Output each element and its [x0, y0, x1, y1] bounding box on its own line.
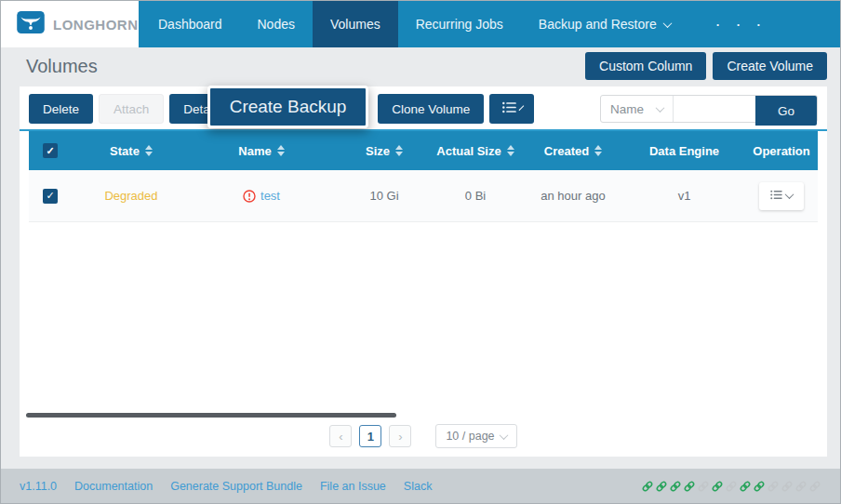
more-bulk-actions-button[interactable]	[489, 94, 534, 124]
nav-item-dashboard[interactable]: Dashboard	[140, 1, 240, 47]
page-header: Volumes Custom Column Create Volume	[1, 47, 840, 86]
volume-actual-size: 0 Bi	[428, 170, 523, 221]
chain-link-icon	[711, 480, 724, 493]
sort-icon[interactable]	[395, 145, 403, 156]
unordered-list-icon	[770, 189, 782, 203]
custom-column-button[interactable]: Custom Column	[585, 52, 706, 80]
nav-item-nodes[interactable]: Nodes	[240, 1, 313, 47]
column-header-actual-size[interactable]: Actual Size	[428, 131, 523, 170]
nav-item-recurring-jobs[interactable]: Recurring Jobs	[398, 1, 521, 47]
volume-name-link[interactable]: test	[260, 189, 280, 203]
table-row: ✓ Degraded test 10 Gi 0 Bi an hour ago	[29, 170, 818, 222]
table-header-row: ✓ State Name Size Actual Size	[29, 131, 818, 170]
longhorn-bull-icon	[17, 11, 45, 37]
page-title: Volumes	[26, 56, 98, 77]
volume-name-cell: test	[182, 170, 340, 221]
attach-button: Attach	[99, 94, 164, 124]
column-header-created[interactable]: Created	[523, 131, 623, 170]
chevron-down-icon	[785, 190, 794, 199]
row-operation-menu-button[interactable]	[759, 182, 804, 210]
brand-logo[interactable]: LONGHORN	[1, 1, 139, 47]
sort-icon[interactable]	[277, 145, 285, 156]
generate-support-bundle-link[interactable]: Generate Support Bundle	[170, 480, 302, 493]
nav-item-volumes[interactable]: Volumes	[313, 1, 398, 47]
unordered-list-icon	[502, 101, 516, 116]
create-backup-button[interactable]: Create Backup	[207, 86, 368, 128]
search-go-button[interactable]: Go	[755, 96, 817, 126]
pagination-prev-button[interactable]: ‹	[329, 425, 352, 447]
volume-state: Degraded	[80, 170, 182, 221]
select-all-cell: ✓	[29, 131, 80, 170]
chain-link-icon	[808, 480, 821, 493]
nav-items: Dashboard Nodes Volumes Recurring Jobs B…	[140, 1, 785, 47]
page-actions: Custom Column Create Volume	[585, 52, 827, 80]
search-input[interactable]	[674, 96, 755, 122]
volumes-card: Delete Attach Detach Clone Volume	[20, 86, 827, 457]
row-checkbox[interactable]: ✓	[43, 189, 58, 204]
bulk-actions-toolbar: Delete Attach Detach Clone Volume	[29, 94, 818, 124]
chain-link-icon	[781, 480, 794, 493]
column-header-data-engine: Data Engine	[623, 131, 745, 170]
search-field-select[interactable]: Name	[601, 96, 674, 122]
chain-link-icon	[683, 480, 696, 493]
sort-icon[interactable]	[594, 145, 602, 156]
volume-size: 10 Gi	[340, 170, 428, 221]
version-link[interactable]: v1.11.0	[20, 480, 57, 493]
sort-icon[interactable]	[145, 145, 153, 156]
longhorn-app-window: LONGHORN Dashboard Nodes Volumes Recurri…	[0, 0, 841, 504]
chain-link-icon	[697, 480, 710, 493]
column-header-size[interactable]: Size	[340, 131, 428, 170]
column-header-state[interactable]: State	[80, 131, 182, 170]
documentation-link[interactable]: Documentation	[74, 480, 153, 493]
chain-link-icon	[655, 480, 668, 493]
chain-link-icon	[669, 480, 682, 493]
pagination-next-button[interactable]: ›	[389, 425, 411, 447]
column-header-name[interactable]: Name	[182, 131, 340, 170]
sort-icon[interactable]	[507, 145, 514, 156]
chain-link-icon	[767, 480, 780, 493]
chain-link-icon	[641, 480, 654, 493]
chevron-down-icon	[499, 431, 508, 440]
nav-item-more[interactable]: · · ·	[688, 1, 785, 47]
file-an-issue-link[interactable]: File an Issue	[320, 480, 386, 493]
chain-link-icon	[753, 480, 766, 493]
volumes-table: ✓ State Name Size Actual Size	[29, 131, 818, 222]
column-header-operation: Operation	[745, 131, 818, 170]
volume-data-engine: v1	[623, 170, 745, 221]
pagination: ‹ 1 › 10 / page	[20, 424, 827, 448]
chain-link-icon	[739, 480, 752, 493]
brand-name: LONGHORN	[53, 17, 139, 33]
websocket-status-indicators	[641, 480, 821, 493]
footer: v1.11.0 Documentation Generate Support B…	[1, 469, 840, 503]
horizontal-scrollbar-thumb[interactable]	[26, 413, 396, 418]
chain-link-icon	[725, 480, 738, 493]
chevron-down-icon	[519, 105, 525, 111]
select-all-checkbox[interactable]: ✓	[43, 143, 58, 158]
chevron-down-icon	[662, 19, 672, 28]
search-group: Name Go	[600, 95, 818, 123]
clone-volume-button[interactable]: Clone Volume	[378, 94, 484, 124]
chain-link-icon	[794, 480, 808, 493]
row-select-cell: ✓	[29, 170, 80, 221]
exclamation-circle-icon	[243, 190, 256, 203]
page-size-select[interactable]: 10 / page	[435, 424, 516, 448]
volume-operation-cell	[745, 170, 818, 221]
create-volume-button[interactable]: Create Volume	[713, 52, 827, 80]
delete-button[interactable]: Delete	[29, 94, 93, 124]
pagination-page-1[interactable]: 1	[359, 425, 381, 447]
chevron-down-icon	[656, 103, 665, 113]
nav-item-backup-and-restore[interactable]: Backup and Restore	[521, 1, 688, 47]
slack-link[interactable]: Slack	[404, 480, 433, 493]
top-navbar: LONGHORN Dashboard Nodes Volumes Recurri…	[1, 1, 840, 47]
volume-created: an hour ago	[523, 170, 623, 221]
